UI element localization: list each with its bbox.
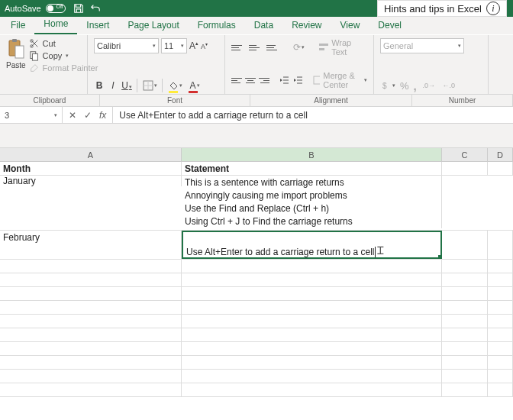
underline-button[interactable]: U▾ — [121, 80, 132, 91]
align-right-button[interactable] — [259, 74, 269, 86]
cell[interactable] — [182, 260, 442, 273]
col-header-a[interactable]: A — [0, 148, 182, 161]
save-icon[interactable] — [73, 3, 84, 14]
tab-file[interactable]: File — [2, 17, 34, 34]
cell[interactable] — [0, 287, 182, 300]
cell[interactable] — [488, 315, 513, 328]
cell[interactable] — [0, 260, 182, 273]
cell[interactable]: Month — [0, 162, 182, 175]
align-top-button[interactable] — [231, 41, 246, 53]
cell[interactable] — [182, 273, 442, 286]
cell[interactable] — [488, 273, 513, 286]
cell[interactable]: Statement — [182, 162, 442, 175]
cell[interactable] — [442, 370, 488, 383]
cell[interactable] — [442, 231, 488, 259]
cancel-edit-icon[interactable]: ✕ — [69, 110, 76, 121]
cell[interactable] — [182, 287, 442, 300]
cell[interactable] — [488, 328, 513, 341]
fill-color-button[interactable]: ▾ — [167, 79, 182, 92]
tab-review[interactable]: Review — [282, 17, 331, 34]
cell[interactable] — [442, 162, 488, 175]
tab-insert[interactable]: Insert — [77, 17, 118, 34]
cell[interactable] — [0, 301, 182, 314]
cell-editing[interactable]: Use Alt+Enter to add a carriage return t… — [182, 231, 442, 259]
percent-button[interactable]: % — [400, 80, 409, 92]
font-color-button[interactable]: A▾ — [187, 79, 202, 92]
decrease-font-icon[interactable]: A▾ — [201, 41, 208, 50]
name-box[interactable]: 3▾ — [0, 107, 63, 123]
decrease-decimal-button[interactable]: ←.0 — [441, 79, 457, 92]
fill-handle[interactable] — [438, 255, 442, 259]
cell[interactable] — [0, 370, 182, 383]
merge-center-button[interactable]: Merge & Center▾ — [313, 71, 367, 89]
align-center-button[interactable] — [245, 74, 256, 86]
cell[interactable] — [488, 301, 513, 314]
cell[interactable] — [488, 231, 513, 259]
cell[interactable] — [442, 287, 488, 300]
tab-view[interactable]: View — [331, 17, 369, 34]
autosave-toggle[interactable]: AutoSave Off — [5, 4, 66, 13]
cell[interactable] — [0, 383, 182, 396]
italic-button[interactable]: I — [108, 80, 118, 91]
col-header-d[interactable]: D — [488, 148, 513, 161]
col-header-c[interactable]: C — [442, 148, 488, 161]
cell[interactable]: This is a sentence with carriage returns… — [182, 176, 442, 228]
cell[interactable] — [182, 315, 442, 328]
comma-button[interactable]: , — [414, 79, 417, 92]
align-bottom-button[interactable] — [266, 41, 281, 53]
toggle-switch[interactable]: Off — [46, 4, 66, 13]
tab-data[interactable]: Data — [245, 17, 282, 34]
cell[interactable] — [442, 356, 488, 369]
undo-icon[interactable] — [90, 3, 101, 14]
cell[interactable] — [0, 356, 182, 369]
cell[interactable] — [442, 383, 488, 396]
cell[interactable] — [442, 315, 488, 328]
increase-font-icon[interactable]: A▴ — [189, 40, 198, 51]
cell[interactable] — [182, 383, 442, 396]
cell[interactable] — [488, 356, 513, 369]
cell[interactable] — [442, 301, 488, 314]
cell[interactable] — [442, 342, 488, 355]
font-name-select[interactable]: Calibri▾ — [94, 38, 159, 53]
tab-home[interactable]: Home — [34, 15, 77, 34]
cell[interactable] — [488, 383, 513, 396]
borders-button[interactable]: ▾ — [142, 79, 157, 92]
cell[interactable] — [488, 370, 513, 383]
cell[interactable] — [0, 342, 182, 355]
col-header-b[interactable]: B — [182, 148, 442, 161]
cell[interactable] — [442, 260, 488, 273]
cell[interactable] — [488, 287, 513, 300]
cell[interactable]: February — [0, 231, 182, 259]
formula-input[interactable]: Use Alt+Enter to add a carriage return t… — [113, 107, 513, 123]
cell[interactable] — [0, 273, 182, 286]
tab-formulas[interactable]: Formulas — [189, 17, 245, 34]
align-left-button[interactable] — [231, 74, 242, 86]
cell[interactable] — [488, 162, 513, 175]
number-format-select[interactable]: General▾ — [380, 38, 464, 53]
accounting-format-button[interactable]: $▾ — [380, 79, 395, 92]
cell[interactable] — [182, 356, 442, 369]
cell[interactable] — [0, 315, 182, 328]
confirm-edit-icon[interactable]: ✓ — [84, 110, 92, 121]
cell[interactable] — [182, 328, 442, 341]
orientation-button[interactable]: ⟳▾ — [292, 40, 306, 54]
cell[interactable]: January — [0, 176, 182, 186]
cell[interactable] — [182, 370, 442, 383]
tab-developer[interactable]: Devel — [369, 17, 411, 34]
align-middle-button[interactable] — [249, 41, 263, 53]
cell[interactable] — [182, 301, 442, 314]
font-size-select[interactable]: 11▾ — [161, 38, 187, 53]
wrap-text-button[interactable]: Wrap Text — [318, 38, 367, 57]
cell[interactable] — [0, 328, 182, 341]
cell[interactable] — [488, 342, 513, 355]
cell[interactable] — [182, 342, 442, 355]
paste-button[interactable]: Paste — [6, 38, 26, 73]
cell[interactable] — [488, 260, 513, 273]
increase-decimal-button[interactable]: .0→ — [421, 79, 437, 92]
decrease-indent-button[interactable] — [279, 73, 289, 87]
cell[interactable] — [442, 328, 488, 341]
info-icon[interactable]: i — [486, 2, 500, 15]
bold-button[interactable]: B — [94, 80, 105, 91]
cell[interactable] — [442, 273, 488, 286]
fx-icon[interactable]: fx — [99, 110, 106, 121]
